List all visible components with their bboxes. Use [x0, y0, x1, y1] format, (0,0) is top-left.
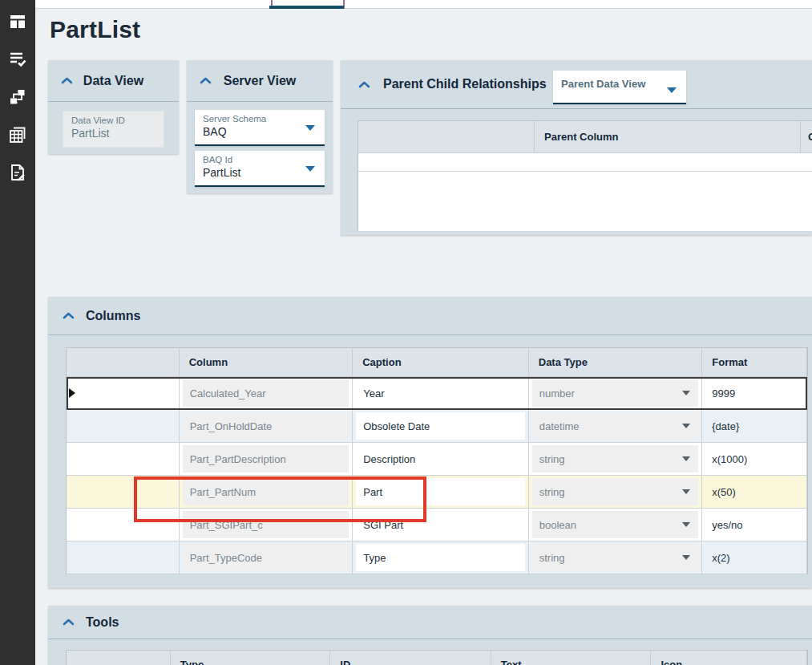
parent-child-panel: Parent Child Relationships Parent Data V…: [341, 60, 812, 235]
header-cell-selector: [67, 651, 171, 665]
format-cell[interactable]: 9999: [702, 377, 807, 410]
column-cell[interactable]: Calculated_Year: [180, 377, 353, 410]
data-view-panel-header[interactable]: Data View: [48, 60, 179, 102]
header-cell-id[interactable]: ID: [330, 651, 491, 665]
header-cell-caption[interactable]: Caption: [353, 348, 529, 377]
parent-data-view-dropdown[interactable]: Parent Data View: [553, 71, 686, 104]
column-cell[interactable]: Part_PartNum: [180, 476, 353, 509]
collapse-chevron-icon[interactable]: [358, 80, 370, 89]
header-cell-parent-column[interactable]: Parent Column: [535, 121, 801, 153]
dropdown-caret-icon: [305, 125, 315, 131]
column-cell[interactable]: Part_OnHoldDate: [180, 410, 353, 443]
data-type-dropdown-cell[interactable]: string: [529, 541, 703, 574]
collapse-chevron-icon[interactable]: [63, 618, 75, 626]
table-row[interactable]: Calculated_Year Year number 9999: [67, 377, 807, 410]
caption-cell[interactable]: Obsolete Date: [353, 410, 529, 443]
header-cell-format[interactable]: Format: [702, 348, 807, 377]
data-type-dropdown-cell[interactable]: string: [529, 476, 703, 509]
row-selector-cell[interactable]: [67, 377, 180, 410]
dropdown-caret-icon: [682, 391, 690, 395]
server-view-panel: Server View Server Schema BAQ BAQ Id Par…: [187, 60, 333, 193]
caption-cell[interactable]: Year: [353, 377, 529, 410]
column-cell[interactable]: Part_PartDescription: [180, 443, 353, 476]
server-view-panel-header[interactable]: Server View: [187, 60, 333, 102]
header-cell-child-column[interactable]: Child Column: [801, 121, 812, 153]
format-cell[interactable]: {date}: [702, 410, 807, 443]
field-label: Parent Data View: [561, 78, 678, 90]
grid-table-icon[interactable]: [7, 124, 28, 145]
checklist-icon[interactable]: [7, 49, 28, 70]
field-label: Server Schema: [203, 114, 317, 124]
caption-cell[interactable]: Type: [353, 541, 529, 574]
data-type-dropdown-cell[interactable]: datetime: [529, 410, 703, 443]
format-cell[interactable]: x(50): [702, 476, 807, 509]
caption-cell[interactable]: Description: [353, 443, 529, 476]
format-cell[interactable]: x(2): [702, 541, 807, 574]
layout-icon[interactable]: [7, 11, 28, 32]
panel-title: Data View: [48, 74, 179, 88]
data-type-dropdown-cell[interactable]: boolean: [529, 509, 703, 541]
row-selector-cell[interactable]: [67, 541, 180, 574]
app-screen: PartList Data View Data View ID PartList…: [0, 0, 812, 665]
tab-strip: [35, 0, 812, 9]
dropdown-caret-icon: [682, 489, 690, 494]
edit-document-icon[interactable]: [7, 162, 28, 183]
table-row[interactable]: Part_OnHoldDate Obsolete Date datetime {…: [67, 410, 807, 443]
field-value: BAQ: [203, 125, 317, 138]
format-cell[interactable]: x(1000): [702, 443, 807, 476]
table-row[interactable]: Part_PartDescription Description string …: [67, 443, 807, 476]
collapse-chevron-icon[interactable]: [63, 311, 75, 320]
left-toolbar: [0, 0, 35, 665]
table-row-highlighted[interactable]: Part_PartNum Part string x(50): [67, 476, 807, 509]
parent-child-grid: Parent Column Child Column: [358, 120, 812, 230]
header-cell-data-type[interactable]: Data Type: [529, 348, 703, 377]
columns-panel-header[interactable]: Columns: [48, 297, 812, 335]
row-selector-cell[interactable]: [67, 509, 180, 541]
columns-grid-header: Column Caption Data Type Format: [67, 348, 807, 377]
header-cell-text[interactable]: Text: [491, 651, 652, 665]
format-cell[interactable]: yes/no: [702, 509, 807, 541]
data-type-dropdown-cell[interactable]: string: [529, 443, 703, 476]
field-value: PartList: [71, 127, 156, 140]
columns-panel: Columns Column Caption Data Type Format …: [48, 297, 812, 588]
dropdown-caret-icon: [682, 555, 690, 560]
caption-cell[interactable]: SGI Part: [353, 509, 529, 541]
row-selector-cell[interactable]: [67, 443, 180, 476]
panel-title: Server View: [187, 74, 333, 88]
current-row-marker-icon: [69, 388, 75, 398]
caption-cell[interactable]: Part: [353, 476, 529, 509]
columns-grid: Column Caption Data Type Format Calculat…: [66, 347, 808, 574]
data-flow-icon[interactable]: [7, 87, 28, 107]
tools-panel: Tools Type ID Text Icon: [48, 606, 812, 665]
dropdown-caret-icon: [682, 424, 690, 428]
active-tab-underline[interactable]: [269, 6, 344, 9]
parent-child-panel-header[interactable]: Parent Child Relationships Parent Data V…: [341, 60, 812, 109]
parent-child-grid-header: Parent Column Child Column: [358, 121, 812, 153]
header-cell-type[interactable]: Type: [171, 651, 331, 665]
dropdown-caret-icon: [682, 522, 690, 527]
dropdown-caret-icon: [667, 87, 677, 93]
dropdown-caret-icon: [305, 166, 315, 172]
table-row[interactable]: Part_TypeCode Type string x(2): [67, 541, 807, 574]
grid-empty-area: [358, 172, 812, 231]
data-view-panel: Data View Data View ID PartList: [48, 60, 179, 154]
field-label: Data View ID: [71, 116, 156, 125]
row-selector-cell[interactable]: [67, 476, 180, 509]
row-selector-cell[interactable]: [67, 410, 180, 443]
column-cell[interactable]: Part_SGIPart_c: [180, 509, 353, 541]
panel-title: Parent Child Relationships: [383, 77, 547, 91]
field-value: PartList: [203, 166, 317, 179]
data-type-dropdown-cell[interactable]: number: [529, 377, 703, 410]
baq-id-dropdown[interactable]: BAQ Id PartList: [195, 151, 325, 187]
header-cell-selector: [358, 121, 535, 153]
empty-row[interactable]: [358, 153, 812, 172]
header-cell-selector: [67, 348, 180, 377]
header-cell-icon[interactable]: Icon: [651, 651, 807, 665]
header-cell-column[interactable]: Column: [180, 348, 353, 377]
tools-panel-header[interactable]: Tools: [48, 606, 812, 639]
column-cell[interactable]: Part_TypeCode: [180, 541, 353, 574]
server-schema-dropdown[interactable]: Server Schema BAQ: [195, 110, 325, 146]
tools-grid-header: Type ID Text Icon: [67, 651, 807, 665]
page-title: PartList: [50, 16, 140, 43]
table-row[interactable]: Part_SGIPart_c SGI Part boolean yes/no: [67, 509, 807, 541]
